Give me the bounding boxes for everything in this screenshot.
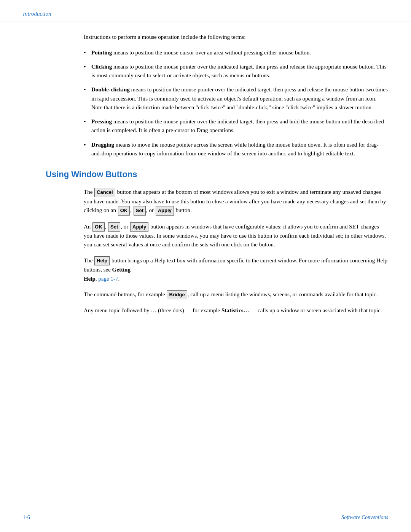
set-button-inline-2: Set (108, 222, 120, 232)
term-dragging: Dragging means to move the mouse pointer… (91, 142, 379, 157)
intro-paragraph: Instructions to perform a mouse operatio… (84, 33, 388, 42)
page: Introduction Instructions to perform a m… (0, 0, 411, 532)
para2-comma1: , (105, 224, 108, 230)
para5-text: Any menu topic followed by … (three dots… (84, 307, 382, 313)
para1-before: The (84, 189, 94, 195)
breadcrumb: Introduction (23, 11, 51, 17)
para4-before: The command buttons, for example (84, 291, 166, 297)
window-buttons-para2: An OK, Set, or Apply button appears in w… (84, 222, 388, 249)
term-clicking: Clicking means to position the mouse poi… (91, 64, 387, 78)
para3-before: The (84, 257, 94, 264)
para1-end: button. (174, 207, 192, 213)
list-item: Dragging means to move the mouse pointer… (84, 141, 388, 158)
page-header: Introduction (0, 0, 411, 21)
para2-or: , or (121, 224, 130, 230)
window-buttons-para3: The Help button brings up a Help text bo… (84, 256, 388, 283)
window-buttons-para4: The command buttons, for example Bridge,… (84, 290, 388, 300)
bullet-list: Pointing means to position the mouse cur… (84, 48, 388, 158)
term-double-clicking: Double-clicking means to position the mo… (91, 86, 388, 110)
help-button-inline: Help (94, 256, 110, 265)
para2-start: An (84, 224, 92, 230)
section-heading-window-buttons: Using Window Buttons (23, 169, 388, 179)
window-buttons-para1: The Cancel button that appears at the bo… (84, 188, 388, 216)
footer-page-number: 1-6 (23, 514, 30, 521)
list-item: Pressing means to position the mouse poi… (84, 117, 388, 135)
footer-section-title: Software Conventions (341, 514, 388, 521)
list-item: Pointing means to position the mouse cur… (84, 48, 388, 57)
bridge-button-inline: Bridge (167, 290, 187, 299)
list-item: Clicking means to position the mouse poi… (84, 62, 388, 80)
page-link[interactable]: page 1-7 (98, 276, 118, 282)
ok-button-inline-1: OK (118, 206, 130, 215)
para4-after: , call up a menu listing the windows, sc… (188, 291, 378, 297)
page-footer: 1-6 Software Conventions (0, 514, 411, 521)
apply-button-inline-2: Apply (130, 222, 148, 232)
window-buttons-para5: Any menu topic followed by … (three dots… (84, 306, 388, 315)
set-button-inline-1: Set (134, 206, 146, 215)
apply-button-inline-1: Apply (156, 206, 174, 215)
cancel-button-inline: Cancel (94, 188, 115, 197)
term-pressing: Pressing means to position the mouse poi… (91, 118, 384, 133)
list-item: Double-clicking means to position the mo… (84, 85, 388, 112)
main-content: Instructions to perform a mouse operatio… (0, 21, 411, 345)
term-pointing: Pointing means to position the mouse cur… (91, 50, 311, 56)
para1-or: , or (146, 207, 155, 213)
ok-button-inline-2: OK (92, 222, 105, 232)
para3-end: . (118, 276, 119, 282)
para1-comma: , (130, 207, 133, 213)
